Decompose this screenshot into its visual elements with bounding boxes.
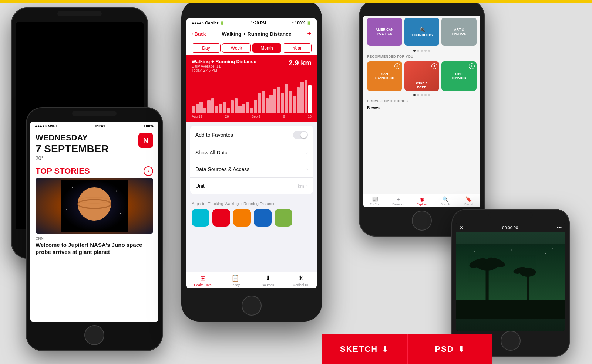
- action-buttons: SKETCH ⬇ PSD ⬇: [322, 334, 492, 364]
- svg-point-22: [552, 248, 553, 248]
- dot2-2: [417, 94, 419, 96]
- news-tab-explore[interactable]: ◉ Explore: [410, 196, 433, 206]
- chart-bar-24: [285, 84, 288, 113]
- news-explore-tab-bar: 📰 For You ⊞ Favorites ◉ Explore 🔍 Search…: [363, 194, 480, 207]
- health-back-button[interactable]: ‹ Back: [192, 31, 206, 37]
- apps-section: Apps for Tracking Walking + Running Dist…: [186, 198, 317, 230]
- chart-bar-16: [254, 100, 257, 113]
- show-all-label: Show All Data: [195, 150, 228, 156]
- chart-bar-23: [281, 93, 285, 113]
- news-arrow-icon[interactable]: ›: [144, 166, 153, 176]
- dot-4: [424, 50, 427, 52]
- sketch-download-button[interactable]: SKETCH ⬇: [322, 334, 407, 364]
- app-icon-2[interactable]: [212, 209, 230, 227]
- tab-month[interactable]: Month: [252, 43, 281, 53]
- rec-wine-beer[interactable]: + WINE &BEER: [404, 61, 440, 91]
- chart-bar-1: [196, 104, 199, 113]
- phone-video-screen: ✕ 00:00:00 •••: [456, 223, 565, 331]
- news-status-bar: ●●●●○ WiFi 09:41 100%: [30, 122, 158, 130]
- health-add-button[interactable]: +: [307, 30, 312, 38]
- menu-item-favorites[interactable]: Add to Favorites: [190, 126, 313, 144]
- category-american-politics[interactable]: AMERICANPOLITICS: [367, 18, 402, 46]
- unit-value: km: [298, 183, 304, 189]
- chart-bar-6: [215, 106, 218, 113]
- chart-header: Walking + Running Distance Daily Average…: [192, 59, 312, 72]
- explore-icon: ◉: [420, 196, 424, 202]
- rec-plus-icon[interactable]: +: [394, 63, 400, 69]
- rec-san-francisco[interactable]: + SANFRANCISCO: [367, 61, 402, 91]
- menu-item-show-all[interactable]: Show All Data ›: [190, 144, 313, 161]
- news-headline: Welcome to Jupiter! NASA's Juno space pr…: [30, 241, 158, 256]
- medical-id-icon: ✳: [298, 274, 303, 282]
- dot2-4: [424, 94, 427, 96]
- phone-video-home-button[interactable]: [501, 331, 521, 351]
- video-timer: 00:00:00: [502, 225, 518, 230]
- app-icon-4[interactable]: [254, 209, 272, 227]
- tab-medical-id[interactable]: ✳ Medical ID: [284, 274, 317, 287]
- category-technology[interactable]: 🔌 TECHNOLOGY: [404, 18, 440, 46]
- news-tab-favorites[interactable]: ⊞ Favorites: [387, 196, 410, 206]
- tab-week[interactable]: Week: [222, 43, 251, 53]
- recommended-row: + SANFRANCISCO + WINE &BEER + FINEDINNIN…: [363, 60, 480, 92]
- app-icon-5[interactable]: [275, 209, 292, 227]
- news-tab-search[interactable]: 🔍 Search: [434, 196, 457, 206]
- chart-bar-0: [192, 106, 195, 113]
- chart-value: 2.9 km: [289, 59, 312, 67]
- category-art-photos[interactable]: ART &PHOTOS: [441, 18, 477, 46]
- rec-fine-dining[interactable]: + FINEDINNING: [441, 61, 477, 91]
- rec-dining-plus-icon[interactable]: +: [469, 63, 475, 69]
- phone-explore-home-button[interactable]: [412, 211, 432, 231]
- health-chart: Walking + Running Distance Daily Average…: [186, 55, 317, 122]
- svg-point-21: [467, 259, 467, 260]
- tab-today[interactable]: 📋 Today: [219, 274, 252, 287]
- rec-wine-plus-icon[interactable]: +: [431, 63, 437, 69]
- section-browse-label: BROWSE CATEGORIES: [363, 98, 480, 104]
- phone-health-home-button[interactable]: [242, 296, 262, 316]
- health-nav-title: Walking + Running Distance: [222, 31, 291, 37]
- phone-news-home-button[interactable]: [84, 325, 104, 345]
- video-close-icon[interactable]: ✕: [460, 225, 463, 230]
- medical-id-label: Medical ID: [293, 283, 309, 287]
- tab-day[interactable]: Day: [192, 43, 221, 53]
- svg-rect-10: [456, 244, 565, 300]
- news-article-image: [36, 178, 153, 234]
- phone-explore-screen: AMERICANPOLITICS 🔌 TECHNOLOGY ART &PHOTO…: [363, 16, 480, 207]
- search-icon: 🔍: [442, 196, 448, 202]
- favorites-label: Add to Favorites: [195, 132, 233, 138]
- svg-point-5: [116, 190, 117, 191]
- dot2-3: [421, 94, 423, 96]
- news-tab-saved[interactable]: 🔖 Saved: [457, 196, 480, 206]
- chart-bar-28: [300, 82, 304, 113]
- health-status-bar: ●●●●○ Carrier 🔋 1:20 PM * 100% 🔋: [186, 18, 317, 27]
- sources-icon: ⬇: [265, 274, 271, 282]
- app-icon-1[interactable]: [192, 209, 209, 227]
- svg-point-4: [72, 187, 73, 188]
- video-options-icon[interactable]: •••: [557, 225, 562, 230]
- tab-sources[interactable]: ⬇ Sources: [252, 274, 284, 287]
- chart-bar-29: [305, 80, 308, 113]
- tab-health-data[interactable]: ⊞ Health Data: [186, 274, 219, 287]
- news-date: WEDNESDAY 7 SEPTEMBER: [36, 133, 109, 155]
- data-sources-right: ›: [306, 167, 308, 172]
- dot-3: [421, 50, 423, 52]
- carousel-dots-2: [363, 92, 480, 98]
- show-all-right: ›: [306, 150, 308, 155]
- news-signal: ●●●●○ WiFi: [35, 124, 57, 128]
- chart-bar-17: [258, 93, 261, 113]
- dot2-5: [428, 94, 430, 96]
- menu-item-unit[interactable]: Unit km ›: [190, 178, 313, 194]
- psd-download-button[interactable]: PSD ⬇: [407, 334, 492, 364]
- tab-year[interactable]: Year: [283, 43, 312, 53]
- chart-xaxis: Aug 19 26 Sep 2 9 16: [192, 115, 312, 118]
- phone-news-body: ●●●●○ WiFi 09:41 100% WEDNESDAY 7 SEPTEM…: [26, 107, 163, 351]
- today-label: Today: [231, 283, 240, 287]
- apps-row: [192, 209, 312, 227]
- app-icon-3[interactable]: [233, 209, 251, 227]
- favorites-toggle[interactable]: [293, 131, 308, 139]
- unit-right: km ›: [298, 183, 308, 189]
- menu-item-data-sources[interactable]: Data Sources & Access ›: [190, 161, 313, 178]
- news-temperature: 20°: [36, 155, 109, 161]
- svg-rect-15: [527, 274, 529, 300]
- news-tab-for-you[interactable]: 📰 For You: [363, 196, 387, 206]
- palm-tree-illustration: [456, 232, 565, 331]
